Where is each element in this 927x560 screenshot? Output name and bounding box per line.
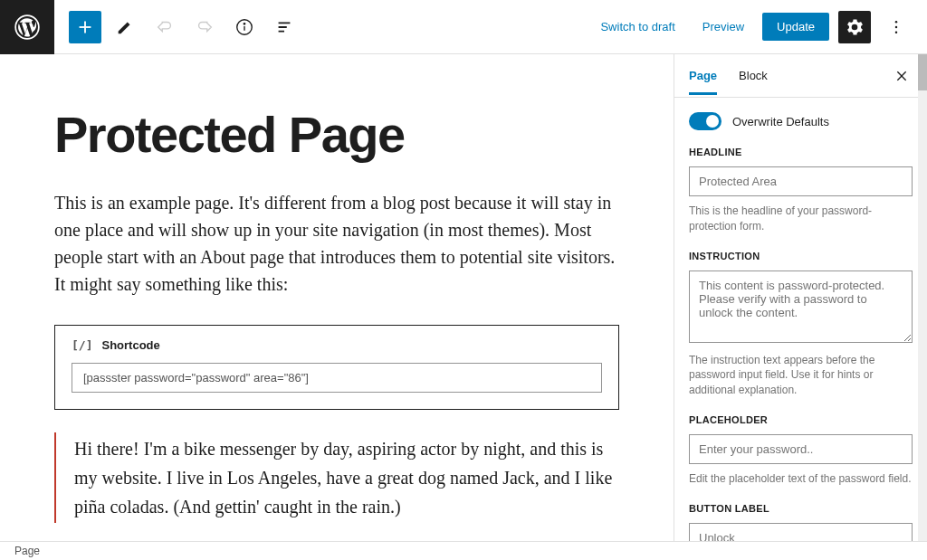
overwrite-defaults-label: Overwrite Defaults [732, 115, 829, 128]
options-button[interactable] [880, 11, 913, 43]
list-icon [274, 17, 294, 37]
tab-page[interactable]: Page [689, 56, 717, 95]
info-icon [234, 17, 254, 37]
scrollbar-thumb[interactable] [918, 54, 927, 90]
instruction-label: INSTRUCTION [689, 251, 913, 261]
intro-paragraph[interactable]: This is an example page. It's different … [54, 189, 619, 298]
list-view-button[interactable] [268, 11, 301, 43]
overwrite-defaults-row: Overwrite Defaults [689, 112, 913, 130]
quote-block[interactable]: Hi there! I'm a bike messenger by day, a… [54, 432, 619, 523]
preview-button[interactable]: Preview [693, 14, 753, 39]
svg-point-3 [244, 23, 244, 24]
toolbar-left [54, 11, 301, 43]
instruction-help: The instruction text appears before the … [689, 353, 913, 398]
tab-block[interactable]: Block [739, 56, 768, 95]
sidebar-body[interactable]: Overwrite Defaults HEADLINE This is the … [674, 98, 927, 541]
svg-point-6 [895, 31, 898, 33]
svg-point-5 [895, 25, 898, 28]
placeholder-field[interactable] [689, 434, 913, 464]
tools-button[interactable] [109, 11, 141, 43]
close-icon [894, 69, 909, 83]
button-label-label: BUTTON LABEL [689, 503, 913, 514]
editor-canvas[interactable]: Protected Page This is an example page. … [0, 54, 674, 541]
button-label-field[interactable] [689, 523, 913, 541]
switch-to-draft-button[interactable]: Switch to draft [591, 14, 683, 39]
placeholder-help: Edit the placeholder text of the passwor… [689, 471, 913, 487]
placeholder-label: PLACEHOLDER [689, 414, 913, 425]
shortcode-label-text: Shortcode [101, 338, 159, 352]
page-title[interactable]: Protected Page [54, 109, 619, 162]
update-button[interactable]: Update [762, 13, 829, 41]
wordpress-logo[interactable] [0, 0, 54, 54]
undo-button[interactable] [148, 11, 181, 43]
wordpress-icon [14, 14, 40, 40]
undo-icon [155, 17, 175, 37]
headline-label: HEADLINE [689, 147, 913, 157]
settings-button[interactable] [838, 11, 871, 43]
pencil-icon [115, 17, 135, 37]
shortcode-icon: [/] [72, 338, 92, 352]
plus-icon [75, 17, 95, 37]
svg-point-4 [895, 20, 898, 23]
headline-field[interactable] [689, 166, 913, 196]
more-vertical-icon [887, 18, 905, 36]
redo-icon [195, 17, 215, 37]
settings-sidebar: Page Block Overwrite Defaults HEADLINE T… [674, 54, 927, 541]
redo-button[interactable] [188, 11, 221, 43]
toolbar-right: Switch to draft Preview Update [591, 11, 927, 43]
overwrite-defaults-toggle[interactable] [689, 112, 722, 130]
shortcode-header: [/] Shortcode [72, 338, 602, 352]
status-bar: Page [0, 541, 927, 560]
add-block-button[interactable] [69, 11, 101, 43]
shortcode-input[interactable] [72, 363, 602, 393]
top-toolbar: Switch to draft Preview Update [0, 0, 927, 54]
page-scrollbar[interactable] [918, 54, 927, 541]
breadcrumb[interactable]: Page [14, 545, 40, 557]
headline-help: This is the headline of your password-pr… [689, 204, 913, 234]
sidebar-tabs: Page Block [674, 54, 927, 98]
instruction-field[interactable] [689, 271, 913, 343]
shortcode-block[interactable]: [/] Shortcode [54, 325, 619, 410]
gear-icon [846, 18, 864, 36]
main-area: Protected Page This is an example page. … [0, 54, 927, 541]
close-sidebar-button[interactable] [891, 65, 913, 87]
info-button[interactable] [228, 11, 261, 43]
